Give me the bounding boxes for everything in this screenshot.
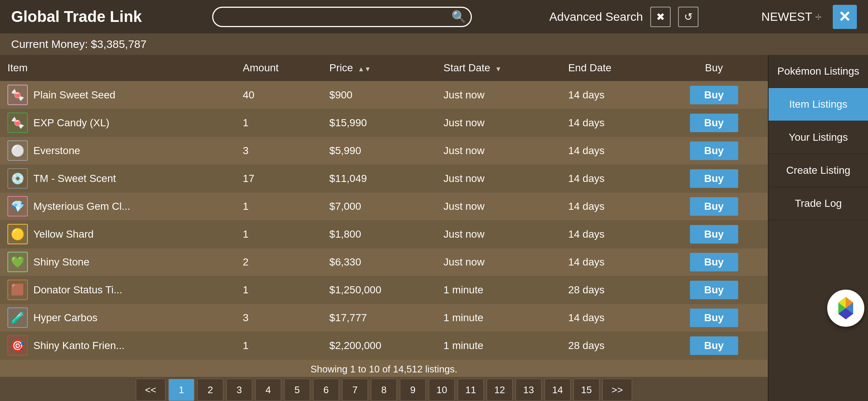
page-4-button[interactable]: 4 [255,379,281,401]
refresh-icon-button[interactable]: ↺ [678,7,698,27]
price-cell-2: $5,990 [322,137,436,164]
start-date-cell-2: Just now [436,137,561,164]
item-name-6: Shiny Stone [33,256,89,268]
item-icon-9: 🎯 [7,335,28,356]
table-row: 🧪 Hyper Carbos 3 $17,777 1 minute 14 day… [0,304,768,332]
item-cell-0: 🍬 Plain Sweet Seed [0,81,236,109]
item-icon-3: 💿 [7,168,28,189]
page-3-button[interactable]: 3 [226,379,252,401]
amount-cell-9: 1 [236,332,322,359]
search-input[interactable] [212,7,472,27]
amount-cell-0: 40 [236,81,322,109]
item-icon-4: 💎 [7,196,28,216]
start-date-cell-5: Just now [436,220,561,248]
buy-button-4[interactable]: Buy [690,197,738,216]
price-cell-0: $900 [322,81,436,109]
advanced-search-button[interactable]: Advanced Search [549,10,643,24]
item-cell-7: 🟫 Donator Status Ti... [0,276,236,304]
start-date-cell-9: 1 minute [436,332,561,359]
amount-cell-7: 1 [236,276,322,304]
page-8-button[interactable]: 8 [371,379,397,401]
page-12-button[interactable]: 12 [487,379,513,401]
prev-page-button[interactable]: << [136,379,165,401]
table-row: 💎 Mysterious Gem Cl... 1 $7,000 Just now… [0,192,768,220]
search-button[interactable]: 🔍 [451,10,466,24]
sidebar-item-create-listing[interactable]: Create Listing [769,154,868,187]
money-bar: Current Money: $3,385,787 [0,33,868,55]
page-15-button[interactable]: 15 [573,379,599,401]
buy-button-3[interactable]: Buy [690,169,738,188]
start-date-cell-4: Just now [436,192,561,220]
sort-label: NEWEST [762,10,812,24]
buy-cell-5: Buy [660,220,768,248]
amount-cell-1: 1 [236,109,322,137]
sidebar-item-pokemon-listings[interactable]: Pokémon Listings [769,55,868,88]
buy-button-1[interactable]: Buy [690,114,738,132]
col-amount: Amount [236,55,322,81]
page-13-button[interactable]: 13 [516,379,542,401]
close-button[interactable]: ✕ [833,5,857,29]
col-buy: Buy [660,55,768,81]
item-cell-2: ⚪ Everstone [0,137,236,164]
listings-table: Item Amount Price ▲▼ Start Date ▼ End Da… [0,55,768,360]
start-date-cell-7: 1 minute [436,276,561,304]
item-name-8: Hyper Carbos [33,312,98,324]
end-date-cell-1: 14 days [561,109,660,137]
table-row: ⚪ Everstone 3 $5,990 Just now 14 days Bu… [0,137,768,164]
app-title: Global Trade Link [11,8,142,26]
sidebar-item-item-listings[interactable]: Item Listings [769,88,868,121]
sidebar-item-your-listings[interactable]: Your Listings [769,121,868,154]
page-14-button[interactable]: 14 [545,379,571,401]
item-icon-7: 🟫 [7,280,28,300]
buy-cell-8: Buy [660,304,768,332]
page-9-button[interactable]: 9 [400,379,426,401]
buy-cell-0: Buy [660,81,768,109]
amount-cell-8: 3 [236,304,322,332]
sort-divider: ÷ [815,10,822,24]
item-name-0: Plain Sweet Seed [33,89,115,101]
page-6-button[interactable]: 6 [313,379,339,401]
item-name-2: Everstone [33,145,80,157]
buy-button-9[interactable]: Buy [690,336,738,355]
buy-button-0[interactable]: Buy [690,86,738,104]
table-area: Item Amount Price ▲▼ Start Date ▼ End Da… [0,55,768,401]
buy-cell-3: Buy [660,164,768,192]
end-date-cell-7: 28 days [561,276,660,304]
page-7-button[interactable]: 7 [342,379,368,401]
item-cell-4: 💎 Mysterious Gem Cl... [0,192,236,220]
item-name-1: EXP Candy (XL) [33,117,109,129]
search-container: 🔍 [212,7,472,27]
end-date-cell-2: 14 days [561,137,660,164]
price-cell-6: $6,330 [322,248,436,276]
next-page-button[interactable]: >> [602,379,632,401]
buy-button-8[interactable]: Buy [690,309,738,327]
page-10-button[interactable]: 10 [429,379,455,401]
page-11-button[interactable]: 11 [458,379,484,401]
buy-cell-6: Buy [660,248,768,276]
item-icon-5: 🟡 [7,224,28,244]
item-cell-6: 💚 Shiny Stone [0,248,236,276]
buy-button-7[interactable]: Buy [690,281,738,299]
filter-icon-button[interactable]: ✖ [650,7,671,27]
price-cell-8: $17,777 [322,304,436,332]
table-row: 🎯 Shiny Kanto Frien... 1 $2,200,000 1 mi… [0,332,768,359]
buy-button-6[interactable]: Buy [690,253,738,271]
end-date-cell-9: 28 days [561,332,660,359]
buy-button-2[interactable]: Buy [690,141,738,160]
start-date-cell-8: 1 minute [436,304,561,332]
amount-cell-4: 1 [236,192,322,220]
page-1-button[interactable]: 1 [168,379,194,401]
table-header: Item Amount Price ▲▼ Start Date ▼ End Da… [0,55,768,81]
buy-cell-2: Buy [660,137,768,164]
page-2-button[interactable]: 2 [197,379,223,401]
item-icon-1: 🍬 [7,113,28,133]
page-5-button[interactable]: 5 [284,379,310,401]
buy-button-5[interactable]: Buy [690,225,738,244]
item-icon-6: 💚 [7,252,28,272]
table-row: 🟡 Yellow Shard 1 $1,800 Just now 14 days… [0,220,768,248]
table-row: 🟫 Donator Status Ti... 1 $1,250,000 1 mi… [0,276,768,304]
price-cell-7: $1,250,000 [322,276,436,304]
sidebar-item-trade-log[interactable]: Trade Log [769,187,868,220]
price-cell-4: $7,000 [322,192,436,220]
buy-cell-7: Buy [660,276,768,304]
